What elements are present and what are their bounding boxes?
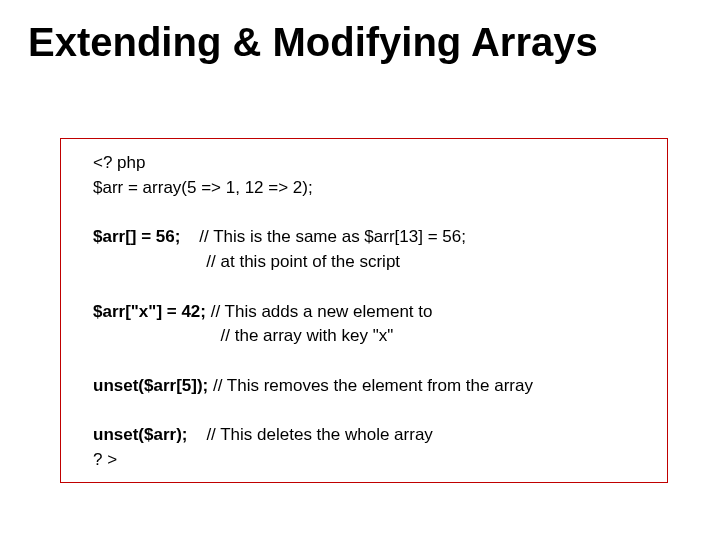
code-comment: // the array with key "x" [221, 324, 394, 349]
code-line: $arr["x"] = 42; // This adds a new eleme… [93, 300, 647, 325]
code-line: $arr[] = 56; // This is the same as $arr… [93, 225, 647, 250]
code-line: unset($arr[5]); // This removes the elem… [93, 374, 647, 399]
code-line: ? > [93, 448, 647, 473]
code-line: // the array with key "x" [93, 324, 647, 349]
code-stmt: unset($arr); [93, 423, 187, 448]
code-comment: // This deletes the whole array [206, 423, 432, 448]
code-comment: // This is the same as $arr[13] = 56; [199, 225, 466, 250]
code-pad [93, 324, 221, 349]
code-line: // at this point of the script [93, 250, 647, 275]
code-pad [180, 225, 199, 250]
code-pad [93, 250, 206, 275]
code-pad [187, 423, 206, 448]
code-stmt: unset($arr[5]); [93, 374, 213, 399]
code-comment: // This removes the element from the arr… [213, 374, 533, 399]
code-stmt: $arr["x"] = 42; [93, 300, 211, 325]
code-example-box: <? php $arr = array(5 => 1, 12 => 2); $a… [60, 138, 668, 483]
code-stmt: $arr[] = 56; [93, 225, 180, 250]
code-line: $arr = array(5 => 1, 12 => 2); [93, 176, 647, 201]
code-line: <? php [93, 151, 647, 176]
page-title: Extending & Modifying Arrays [0, 0, 720, 65]
code-comment: // This adds a new element to [211, 300, 433, 325]
code-text: $arr = array(5 => 1, 12 => 2); [93, 176, 313, 201]
code-line: unset($arr); // This deletes the whole a… [93, 423, 647, 448]
code-text: <? php [93, 151, 145, 176]
code-comment: // at this point of the script [206, 250, 400, 275]
code-text: ? > [93, 448, 117, 473]
